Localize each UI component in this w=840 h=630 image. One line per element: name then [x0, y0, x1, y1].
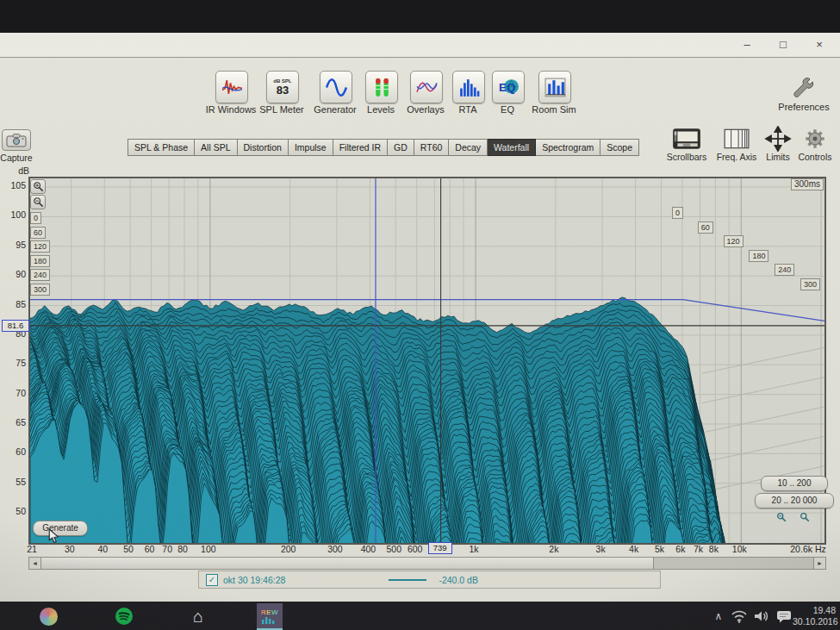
- x-tick-label: 20.6k Hz: [790, 544, 825, 554]
- x-tick-label: 30: [65, 544, 75, 554]
- db-axis-label: dB: [10, 165, 29, 176]
- overlays-icon: [415, 76, 439, 99]
- title-bar: [0, 33, 840, 58]
- mini-zoom-out-button[interactable]: [800, 512, 810, 522]
- tab-waterfall[interactable]: Waterfall: [488, 139, 536, 156]
- toolbar-label-ir-windows: IR Windows: [206, 104, 257, 115]
- view-control-label-freq-axis: Freq. Axis: [717, 152, 757, 162]
- spotify-icon[interactable]: [114, 606, 134, 627]
- y-tick-label: 70: [3, 388, 26, 398]
- zoom-in-icon: [33, 181, 44, 192]
- horizontal-scrollbar[interactable]: ◄ ►: [28, 557, 826, 570]
- toolbar-button-spl-meter[interactable]: dB SPL83: [266, 71, 299, 103]
- x-tick-label: 500: [387, 544, 402, 554]
- y-tick-label: 90: [3, 269, 26, 279]
- preferences-label: Preferences: [778, 102, 829, 112]
- wrench-icon: [791, 75, 817, 101]
- maximize-button[interactable]: □: [770, 34, 796, 55]
- toolbar-label-eq: EQ: [501, 104, 514, 115]
- freq-range-10-200-button[interactable]: 10 .. 200: [761, 476, 828, 491]
- x-tick-label: 600: [408, 544, 423, 554]
- wifi-icon[interactable]: [729, 606, 750, 627]
- time-range-badge: 300ms: [791, 178, 824, 190]
- tab-rt60[interactable]: RT60: [414, 139, 450, 156]
- time-tick-right: 0: [672, 207, 683, 219]
- toolbar-button-generator[interactable]: [320, 71, 352, 103]
- toolbar-button-levels[interactable]: [365, 71, 398, 103]
- time-tick-left: 240: [30, 269, 50, 281]
- tab-spl-phase[interactable]: SPL & Phase: [128, 139, 195, 156]
- zoom-out-button[interactable]: [30, 195, 46, 209]
- speaker-icon[interactable]: [751, 606, 772, 627]
- toolbar-button-room-sim[interactable]: [538, 71, 571, 103]
- chevron-up-icon[interactable]: ∧: [708, 606, 729, 627]
- photos-app-icon[interactable]: [38, 606, 59, 627]
- measurement-checkbox[interactable]: ✓: [206, 574, 218, 586]
- tab-distortion[interactable]: Distortion: [238, 139, 289, 156]
- scrollbar-track[interactable]: [654, 558, 813, 569]
- capture-button[interactable]: [2, 129, 31, 151]
- scrollbar-thumb[interactable]: [41, 558, 654, 569]
- toolbar-label-room-sim: Room Sim: [532, 104, 576, 115]
- scrollbars-icon: [671, 127, 702, 151]
- toolbar-button-eq[interactable]: EQ: [492, 71, 525, 103]
- scroll-left-arrow[interactable]: ◄: [29, 558, 41, 569]
- home-icon[interactable]: ⌂: [188, 606, 208, 627]
- close-button[interactable]: ×: [806, 34, 832, 55]
- tab-scope[interactable]: Scope: [600, 139, 639, 156]
- x-tick-label: 10k: [732, 544, 747, 554]
- camera-icon: [6, 134, 27, 147]
- view-control-scrollbars[interactable]: [671, 126, 702, 152]
- tab-filtered-ir[interactable]: Filtered IR: [333, 139, 388, 156]
- view-control-freq-axis[interactable]: [721, 126, 752, 152]
- toolbar-button-rta[interactable]: [452, 71, 485, 103]
- tab-all-spl[interactable]: All SPL: [195, 139, 237, 156]
- freq-axis-icon: [723, 127, 750, 151]
- taskbar-clock[interactable]: 19.48 30.10.2016: [793, 605, 836, 627]
- x-tick-label: 70: [162, 544, 172, 554]
- rew-app-icon[interactable]: REW: [257, 603, 283, 630]
- x-tick-label: 100: [201, 544, 216, 554]
- toolbar-button-overlays[interactable]: [410, 71, 443, 103]
- y-tick-label: 55: [3, 477, 26, 487]
- x-tick-label: 8k: [709, 544, 719, 554]
- tab-decay[interactable]: Decay: [449, 139, 488, 156]
- svg-text:EQ: EQ: [499, 80, 516, 93]
- rta-icon: [457, 76, 481, 99]
- tab-gd[interactable]: GD: [388, 139, 414, 156]
- time-tick-left: 0: [30, 212, 41, 224]
- x-tick-label: 7k: [694, 544, 703, 554]
- view-control-limits[interactable]: [762, 126, 793, 152]
- toolbar-label-spl-meter: SPL Meter: [259, 104, 304, 115]
- mini-zoom-in-button[interactable]: [776, 512, 787, 522]
- toolbar-label-levels: Levels: [367, 104, 395, 115]
- minimize-button[interactable]: –: [734, 34, 760, 55]
- spl-meter-icon: dB SPL83: [273, 78, 291, 96]
- view-control-controls[interactable]: [800, 126, 831, 152]
- y-tick-label: 105: [3, 180, 26, 190]
- measurement-legend: ✓ okt 30 19:46:28 -240.0 dB: [198, 571, 661, 589]
- ir-windows-icon: [221, 76, 244, 99]
- tab-impulse[interactable]: Impulse: [289, 139, 333, 156]
- controls-icon: [803, 127, 827, 151]
- x-tick-label: 21: [27, 544, 37, 554]
- x-cursor-value: 739: [428, 542, 452, 554]
- x-tick-label: 4k: [629, 544, 638, 554]
- scroll-right-arrow[interactable]: ►: [813, 558, 825, 569]
- generate-button[interactable]: Generate: [33, 521, 88, 536]
- y-tick-label: 50: [3, 506, 26, 516]
- freq-range-20-20000-button[interactable]: 20 .. 20 000: [755, 493, 834, 508]
- limits-icon: [762, 126, 793, 152]
- view-control-label-scrollbars: Scrollbars: [667, 152, 707, 162]
- notifications-icon[interactable]: [774, 606, 794, 627]
- toolbar-button-ir-windows[interactable]: [215, 71, 248, 103]
- preferences-button[interactable]: [788, 72, 819, 103]
- x-tick-label: 300: [327, 544, 343, 554]
- trace-color-swatch: [389, 579, 426, 581]
- x-tick-label: 2k: [549, 544, 558, 554]
- y-tick-label: 75: [3, 358, 26, 368]
- tab-spectrogram[interactable]: Spectrogram: [536, 139, 600, 156]
- time-tick-left: 180: [30, 255, 50, 267]
- zoom-in-button[interactable]: [30, 179, 46, 194]
- measurement-name: okt 30 19:46:28: [223, 575, 285, 585]
